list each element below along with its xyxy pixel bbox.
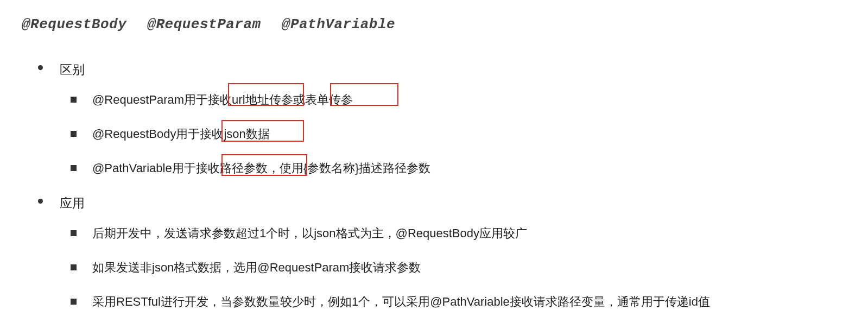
item-text-b: ，使用{参数名称}描述路径参数 <box>268 161 431 175</box>
list-item: 如果发送非json格式数据，选用@RequestParam接收请求参数 <box>71 258 846 276</box>
list-item: @RequestParam用于接收url地址传参或表单传参 <box>71 91 846 109</box>
application-list: 后期开发中，发送请求参数超过1个时，以json格式为主，@RequestBody… <box>60 224 846 311</box>
annotation-requestbody: @RequestBody <box>22 16 126 33</box>
list-item: 采用RESTful进行开发，当参数数量较少时，例如1个，可以采用@PathVar… <box>71 293 846 311</box>
list-item: @PathVariable用于接收路径参数 ，使用{参数名称}描述路径参数 <box>71 159 846 177</box>
item-text-a: @PathVariable用于接收路径参数 <box>92 161 268 175</box>
list-item: 后期开发中，发送请求参数超过1个时，以json格式为主，@RequestBody… <box>71 224 846 242</box>
section-difference: 区别 @RequestParam用于接收url地址传参或表单传参 @Reques… <box>38 60 846 177</box>
section-label: 区别 <box>60 60 846 80</box>
content-list: 区别 @RequestParam用于接收url地址传参或表单传参 @Reques… <box>22 60 846 311</box>
item-text: @RequestBody用于接收json数据 <box>92 127 270 141</box>
item-text: 后期开发中，发送请求参数超过1个时，以json格式为主，@RequestBody… <box>92 226 527 240</box>
section-application: 应用 后期开发中，发送请求参数超过1个时，以json格式为主，@RequestB… <box>38 193 846 311</box>
page-title: @RequestBody @RequestParam @PathVariable <box>22 16 846 33</box>
difference-list: @RequestParam用于接收url地址传参或表单传参 @RequestBo… <box>60 91 846 177</box>
annotation-requestparam: @RequestParam <box>147 16 261 33</box>
item-text: @RequestParam用于接收url地址传参或表单传参 <box>92 93 353 106</box>
item-text: 采用RESTful进行开发，当参数数量较少时，例如1个，可以采用@PathVar… <box>92 295 710 308</box>
section-label: 应用 <box>60 193 846 213</box>
list-item: @RequestBody用于接收json数据 <box>71 125 846 143</box>
item-text: 如果发送非json格式数据，选用@RequestParam接收请求参数 <box>92 261 421 274</box>
annotation-pathvariable: @PathVariable <box>282 16 395 33</box>
